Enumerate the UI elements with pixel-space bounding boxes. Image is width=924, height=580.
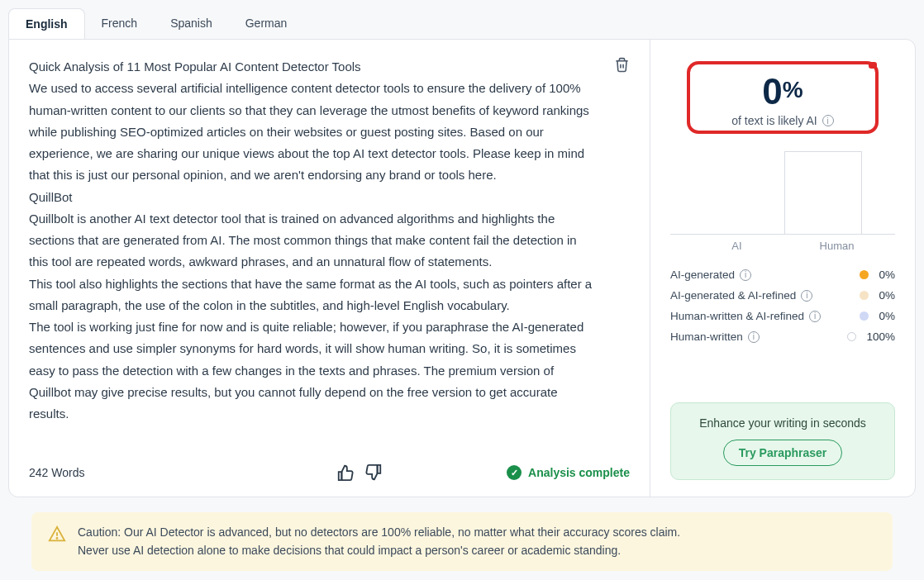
legend: AI-generatedi0%AI-generated & AI-refined… [670,269,895,343]
info-icon[interactable]: i [801,290,812,302]
try-paraphraser-button[interactable]: Try Paraphraser [723,440,843,466]
results-panel: 0% of text is likely AI i AI Human AI-ge… [650,40,915,497]
content-p3: This tool also highlights the sections t… [29,273,597,317]
legend-dot [860,311,869,321]
cta-box: Enhance your writing in seconds Try Para… [670,402,895,480]
legend-row: Human-written & AI-refinedi0% [670,310,895,322]
legend-row: AI-generated & AI-refinedi0% [670,289,895,302]
legend-label: AI-generated & AI-refinedi [670,289,853,302]
distribution-chart [670,152,895,235]
score-box: 0% of text is likely AI i [670,56,895,139]
legend-label: Human-written & AI-refinedi [670,310,853,322]
thumbs-down-icon[interactable] [364,464,383,482]
svg-point-1 [56,538,57,539]
chart-bar-human [784,151,862,234]
legend-label: Human-writteni [670,330,841,343]
legend-value: 0% [879,310,895,322]
cta-text: Enhance your writing in seconds [684,416,881,430]
score-label: of text is likely AI i [679,114,887,127]
tab-spanish[interactable]: Spanish [154,8,229,39]
tab-german[interactable]: German [229,8,304,39]
caution-bar: Caution: Our AI Detector is advanced, bu… [31,512,893,571]
feedback-icons [336,464,383,482]
legend-dot [860,270,869,279]
content-h2: QuillBot [29,187,597,208]
content-p2: Quillbolt is another AI text detector to… [29,208,597,273]
legend-row: Human-writteni100% [670,330,895,343]
chart-axis-labels: AI Human [670,240,895,252]
content-text[interactable]: Quick Analysis of 11 Most Popular AI Con… [29,56,630,425]
content-p1: We used to access several artificial int… [29,78,597,186]
content-p4: The tool is working just fine for now an… [29,316,597,425]
status-text: Analysis complete [528,466,630,479]
chart-label-ai: AI [670,240,787,252]
legend-value: 0% [879,289,895,302]
caution-text: Caution: Our AI Detector is advanced, bu… [78,524,680,559]
word-count: 242 Words [29,466,84,479]
tab-english[interactable]: English [8,8,85,39]
legend-value: 100% [866,330,895,343]
tab-french[interactable]: French [85,8,155,39]
legend-row: AI-generatedi0% [670,269,895,281]
footer-row: 242 Words ✓ Analysis complete [29,440,630,482]
legend-label: AI-generatedi [670,269,853,281]
warning-icon [48,525,66,544]
language-tabs: English French Spanish German [8,8,916,39]
info-icon[interactable]: i [748,331,760,343]
score-value: 0% [762,71,803,112]
info-icon[interactable]: i [822,115,834,126]
chart-label-human: Human [787,240,895,252]
info-icon[interactable]: i [809,311,821,322]
analysis-status: ✓ Analysis complete [507,465,630,480]
delete-icon[interactable] [614,56,630,74]
legend-dot [847,332,856,341]
thumbs-up-icon[interactable] [336,464,355,482]
main-card: Quick Analysis of 11 Most Popular AI Con… [8,39,916,497]
text-panel: Quick Analysis of 11 Most Popular AI Con… [9,40,650,497]
legend-dot [860,291,869,300]
legend-value: 0% [879,269,895,281]
info-icon[interactable]: i [740,269,751,281]
check-icon: ✓ [507,465,522,480]
content-title: Quick Analysis of 11 Most Popular AI Con… [29,56,597,78]
